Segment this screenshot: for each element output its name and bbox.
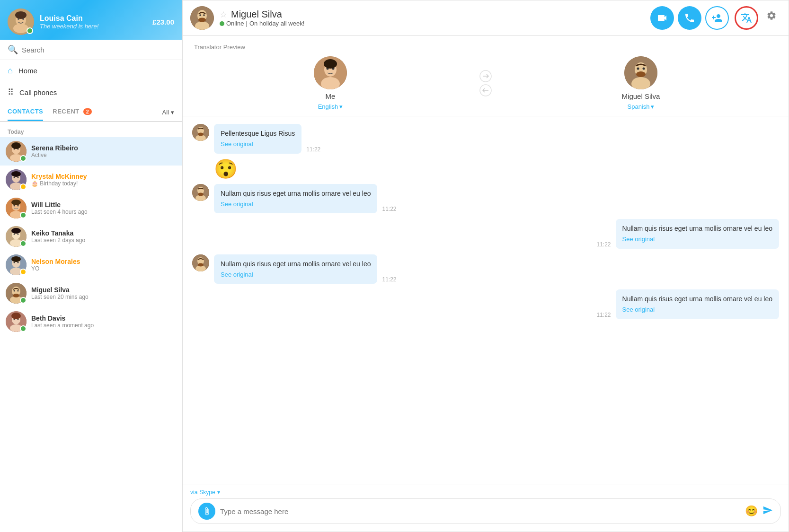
msg-row-1: Pellentesque Ligus Risus See original 11… (192, 124, 779, 154)
msg-emoji: 😯 (214, 159, 238, 178)
svg-point-29 (11, 228, 21, 234)
see-original-3[interactable]: See original (221, 200, 371, 209)
tab-recent[interactable]: RECENT 2 (53, 103, 92, 121)
contact-name-miguel: Miguel Silva (31, 286, 176, 294)
svg-point-59 (324, 59, 337, 69)
user-credit: £23.00 (152, 18, 174, 26)
svg-point-17 (11, 171, 21, 177)
contact-text-nelson: Nelson Morales YO (31, 258, 176, 272)
msg-time-5: 11:22 (382, 276, 396, 283)
msg-avatar-3 (192, 184, 209, 201)
message-input[interactable] (220, 507, 740, 515)
msg-content-4: Nullam quis risus eget urna mollis ornar… (616, 219, 779, 249)
contact-name-keiko: Keiko Tanaka (31, 229, 176, 237)
chat-header-info: ☆ Miguel Silva Online | On holiday all w… (220, 9, 645, 27)
tab-contacts[interactable]: CONTACTS (8, 103, 43, 121)
translator-contact-lang[interactable]: Spanish ▾ (628, 103, 655, 110)
see-original-5[interactable]: See original (221, 270, 371, 279)
chat-header-name: ☆ Miguel Silva (220, 9, 645, 20)
user-avatar-wrap[interactable] (8, 9, 34, 35)
svg-point-39 (14, 290, 15, 292)
translator-me-name: Me (326, 92, 336, 100)
see-original-6[interactable]: See original (622, 305, 772, 314)
msg-bubble-4: Nullam quis risus eget urna mollis ornar… (616, 219, 779, 249)
user-status: The weekend is here! (40, 23, 147, 30)
msg-bubble-1: Pellentesque Ligus Risus See original (214, 124, 301, 154)
via-service[interactable]: Skype (199, 489, 215, 496)
contact-text-keiko: Keiko Tanaka Last seen 2 days ago (31, 229, 176, 244)
svg-point-34 (18, 262, 19, 263)
svg-point-15 (14, 177, 15, 178)
status-krystal (20, 183, 27, 190)
tab-all[interactable]: All ▾ (162, 109, 174, 116)
nav-home-label: Home (18, 67, 37, 75)
svg-point-52 (203, 14, 205, 16)
contact-sub-krystal: 🎂 Birthday today! (31, 180, 176, 187)
nav-call-phones[interactable]: ⠿ Call phones (0, 81, 182, 103)
settings-button[interactable] (762, 6, 781, 25)
msg-content-5: Nullam quis risus eget urna mollis ornar… (214, 254, 377, 284)
translator-me-lang[interactable]: English ▾ (318, 103, 343, 110)
contact-item-beth[interactable]: Beth Davis Last seen a moment ago (0, 307, 182, 336)
contact-text-will: Will Little Last seen 4 hours ago (31, 201, 176, 215)
msg-row-3: Nullam quis risus eget urna mollis ornar… (192, 184, 779, 214)
translator-participants: Me English ▾ Miguel Silva (194, 56, 777, 110)
dialpad-icon: ⠿ (8, 87, 14, 97)
svg-point-65 (637, 68, 639, 70)
emoji-button[interactable]: 😊 (745, 505, 758, 517)
svg-point-75 (198, 192, 204, 196)
attach-button[interactable] (198, 503, 215, 520)
tabs-bar: CONTACTS RECENT 2 All ▾ (0, 103, 182, 122)
contact-name-nelson: Nelson Morales (31, 258, 176, 265)
status-serena (20, 155, 27, 162)
search-bar: 🔍 (0, 40, 182, 60)
contact-item-will[interactable]: Will Little Last seen 4 hours ago (0, 194, 182, 222)
via-skype: via Skype ▾ (190, 489, 781, 496)
svg-point-5 (15, 11, 27, 19)
sidebar: Louisa Cain The weekend is here! £23.00 … (0, 0, 182, 532)
see-original-4[interactable]: See original (622, 235, 772, 244)
voice-call-button[interactable] (678, 6, 701, 30)
msg-bubble-3: Nullam quis risus eget urna mollis ornar… (214, 184, 377, 214)
svg-point-11 (11, 142, 21, 149)
translator-person-me: Me English ▾ (194, 56, 467, 110)
contact-item-serena[interactable]: Serena Ribeiro Active (0, 137, 182, 166)
contact-name-krystal: Krystal McKinney (31, 173, 176, 180)
contact-item-miguel[interactable]: Miguel Silva Last seen 20 mins ago (0, 279, 182, 307)
translator-person-contact: Miguel Silva Spanish ▾ (505, 56, 777, 110)
svg-point-67 (636, 71, 646, 77)
search-icon: 🔍 (8, 44, 18, 55)
msg-bubble-5: Nullam quis risus eget urna mollis ornar… (214, 254, 377, 284)
msg-content-1: Pellentesque Ligus Risus See original (214, 124, 301, 154)
msg-time-6: 11:22 (596, 312, 611, 318)
secondary-actions (735, 6, 781, 30)
star-icon[interactable]: ☆ (220, 9, 227, 20)
msg-content-6: Nullam quis risus eget urna mollis ornar… (616, 289, 779, 319)
svg-point-41 (13, 294, 19, 297)
translator-button[interactable] (735, 6, 758, 30)
contact-item-krystal[interactable]: Krystal McKinney 🎂 Birthday today! (0, 166, 182, 194)
chat-header-avatar (190, 6, 214, 30)
contact-item-keiko[interactable]: Keiko Tanaka Last seen 2 days ago (0, 222, 182, 251)
msg-row-5: Nullam quis risus eget urna mollis ornar… (192, 254, 779, 284)
svg-point-35 (11, 256, 21, 262)
svg-point-22 (18, 205, 19, 207)
contact-text-beth: Beth Davis Last seen a moment ago (31, 314, 176, 329)
nav-home[interactable]: ⌂ Home (0, 60, 182, 81)
contact-name-serena: Serena Ribeiro (31, 144, 176, 152)
status-keiko (20, 240, 27, 247)
see-original-1[interactable]: See original (221, 140, 295, 149)
video-call-button[interactable] (650, 6, 674, 30)
user-status-dot (27, 27, 33, 34)
contact-item-nelson[interactable]: Nelson Morales YO (0, 251, 182, 279)
contact-sub-keiko: Last seen 2 days ago (31, 237, 176, 244)
translator-avatar-me (314, 56, 347, 89)
contacts-list: Today Serena Ribeiro Active (0, 122, 182, 532)
add-contact-button[interactable] (705, 6, 729, 30)
msg-row-4: 11:22 Nullam quis risus eget urna mollis… (192, 219, 779, 249)
svg-point-23 (11, 200, 21, 205)
svg-point-2 (13, 24, 28, 33)
msg-row-emoji: 😯 (192, 159, 779, 178)
send-button[interactable] (762, 505, 773, 518)
search-input[interactable] (22, 46, 174, 54)
